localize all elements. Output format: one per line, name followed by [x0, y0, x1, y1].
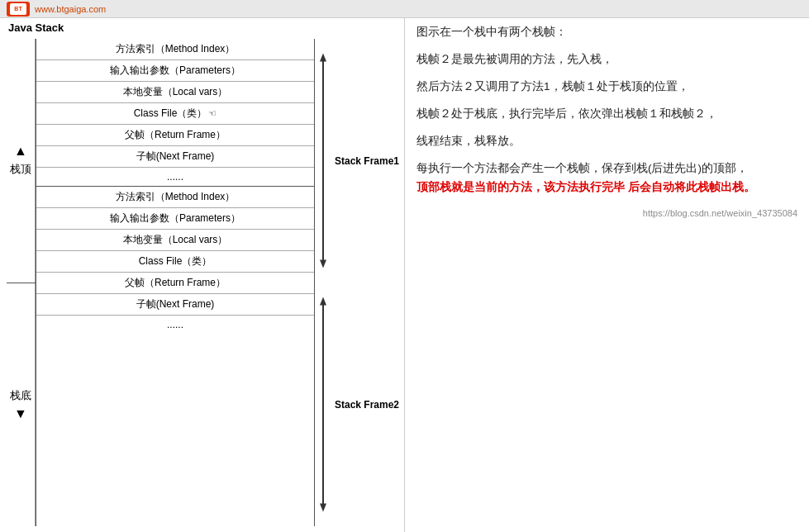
logo: BT [7, 2, 30, 17]
frame1-row-4: 父帧（Return Frame） [36, 125, 314, 146]
diagram-panel: Java Stack ▲ 栈顶 栈底 [0, 18, 405, 532]
left-indicator: ▲ 栈顶 栈底 ▼ [7, 39, 36, 526]
frame2-row-5: 子帧(Next Frame) [36, 294, 314, 316]
center-frames: 方法索引（Method Index） 输入输出参数（Parameters） 本地… [36, 39, 315, 526]
text-panel: 图示在一个栈中有两个栈帧： 栈帧２是最先被调用的方法，先入栈， 然后方法２又调用… [405, 18, 809, 532]
watermark: https://blog.csdn.net/weixin_43735084 [416, 206, 797, 221]
frame1-row-6: ...... [36, 168, 314, 186]
frame2-row-2: 本地变量（Local vars） [36, 230, 314, 251]
frame1-block: 方法索引（Method Index） 输入输出参数（Parameters） 本地… [36, 39, 314, 187]
right-side: Stack Frame1 Stack Frame2 [315, 39, 397, 526]
top-bar: BT www.btgaiga.com [0, 0, 809, 18]
frame1-right: Stack Frame1 [315, 39, 397, 283]
frame2-row-4: 父帧（Return Frame） [36, 273, 314, 294]
para2: 栈帧２是最先被调用的方法，先入栈， [416, 50, 797, 69]
svg-marker-4 [320, 297, 326, 306]
para4: 栈帧２处于栈底，执行完毕后，依次弹出栈帧１和栈帧２， [416, 105, 797, 124]
java-stack-title: Java Stack [7, 21, 397, 34]
frame1-row-3: Class File（类） [36, 103, 314, 125]
frame2-arrow-svg [315, 283, 331, 526]
url-text: www.btgaiga.com [35, 4, 106, 14]
frame1-row-1: 输入输出参数（Parameters） [36, 60, 314, 82]
svg-marker-1 [320, 54, 326, 62]
para6: 每执行一个方法都会产生一个栈帧，保存到栈(后进先出)的顶部， 顶部栈就是当前的方… [416, 159, 797, 197]
logo-inner: BT [10, 3, 26, 15]
top-indicator: ▲ 栈顶 [7, 39, 36, 283]
frame1-row-2: 本地变量（Local vars） [36, 82, 314, 103]
frame1-row-0: 方法索引（Method Index） [36, 39, 314, 60]
frame2-row-1: 输入输出参数（Parameters） [36, 208, 314, 230]
frame1-row-5: 子帧(Next Frame) [36, 146, 314, 168]
frame1-label: Stack Frame1 [331, 155, 399, 167]
bottom-indicator: 栈底 ▼ [7, 283, 36, 527]
svg-marker-5 [320, 504, 326, 512]
para3: 然后方法２又调用了方法1，栈帧１处于栈顶的位置， [416, 78, 797, 97]
down-arrow-symbol: ▼ [14, 406, 27, 421]
frame1-arrow-svg [315, 39, 331, 283]
para6-red: 顶部栈就是当前的方法，该方法执行完毕 后会自动将此栈帧出栈。 [416, 181, 755, 193]
frame2-row-3: Class File（类） [36, 251, 314, 273]
up-arrow-symbol: ▲ [14, 144, 27, 159]
para5: 线程结束，栈释放。 [416, 132, 797, 151]
stack-bottom-label: 栈底 [10, 388, 31, 403]
para1: 图示在一个栈中有两个栈帧： [416, 23, 797, 42]
svg-marker-2 [320, 260, 326, 268]
para6-top: 顶部， [713, 162, 748, 174]
frame2-right: Stack Frame2 [315, 283, 397, 526]
frame2-label: Stack Frame2 [331, 399, 399, 411]
stack-top-label: 栈顶 [10, 162, 31, 177]
frame2-row-0: 方法索引（Method Index） [36, 187, 314, 208]
frame2-block: 方法索引（Method Index） 输入输出参数（Parameters） 本地… [36, 187, 314, 334]
para6-normal: 每执行一个方法都会产生一个栈帧，保存到栈(后进先出)的 [416, 162, 713, 174]
frame2-row-6: ...... [36, 316, 314, 334]
